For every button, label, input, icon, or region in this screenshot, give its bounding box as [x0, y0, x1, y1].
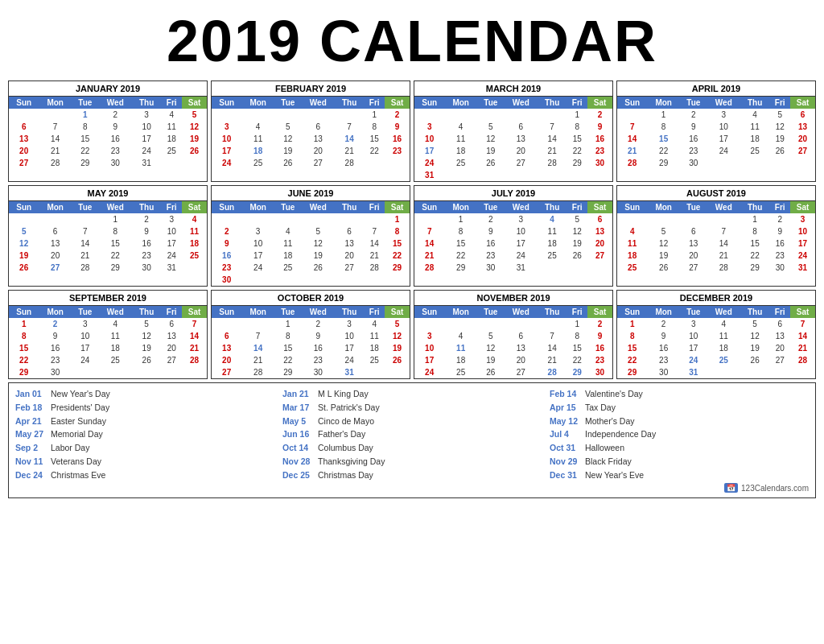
- calendar-table: SunMonTueWedThuFriSat1234567891011121314…: [414, 306, 612, 378]
- day-header-wed: Wed: [505, 306, 538, 318]
- calendar-day: 23: [647, 354, 680, 366]
- calendar-day: 16: [212, 250, 241, 262]
- day-header-wed: Wed: [99, 201, 132, 213]
- calendar-day: 20: [587, 237, 612, 250]
- day-header-fri: Fri: [566, 201, 587, 213]
- calendar-day: 18: [707, 342, 740, 354]
- calendar-day: 19: [182, 133, 207, 145]
- calendar-day: 15: [274, 342, 302, 354]
- calendar-day: 7: [241, 330, 274, 342]
- day-header-sun: Sun: [212, 306, 241, 318]
- calendar-day: 8: [99, 225, 132, 237]
- calendar-day: 25: [99, 354, 132, 366]
- calendar-day: 13: [790, 121, 815, 133]
- calendar-day: 8: [740, 225, 769, 237]
- day-header-mon: Mon: [39, 201, 72, 213]
- calendar-day: [505, 169, 538, 181]
- calendar-day: 21: [707, 250, 740, 262]
- calendar-day: 1: [99, 213, 132, 225]
- calendar-day: 8: [385, 225, 410, 237]
- branding: 📅 123Calendars.com: [15, 483, 809, 493]
- calendar-day: 17: [414, 354, 444, 366]
- calendar-day: 11: [182, 225, 207, 237]
- calendar-day: [241, 109, 274, 121]
- day-header-sat: Sat: [587, 306, 612, 318]
- calendar-day: 12: [647, 237, 680, 250]
- calendar-day: 13: [769, 330, 790, 342]
- calendar-day: 4: [444, 330, 477, 342]
- day-header-fri: Fri: [161, 306, 182, 318]
- holiday-date: May 12: [550, 415, 580, 428]
- calendar-day: 9: [587, 121, 612, 133]
- day-header-sun: Sun: [414, 97, 444, 109]
- calendar-day: 18: [364, 342, 385, 354]
- calendar-day: 9: [302, 330, 335, 342]
- day-header-sat: Sat: [182, 201, 207, 213]
- calendar-day: [477, 109, 505, 121]
- calendar-day: 9: [39, 330, 72, 342]
- calendar-day: 4: [538, 213, 566, 225]
- calendar-table: SunMonTueWedThuFriSat1234567891011121314…: [9, 97, 207, 169]
- calendar-day: 24: [212, 157, 241, 169]
- holiday-name: New Year's Day: [51, 388, 110, 401]
- calendar-day: 11: [444, 133, 477, 145]
- calendar-day: 17: [680, 342, 707, 354]
- holiday-date: Nov 11: [15, 456, 46, 469]
- calendar-day: 27: [790, 145, 815, 157]
- calendar-day: 14: [241, 342, 274, 354]
- calendar-day: 14: [707, 237, 740, 250]
- calendar-day: 14: [790, 330, 815, 342]
- calendar-day: 1: [566, 318, 587, 330]
- calendar-day: 23: [99, 145, 132, 157]
- calendar-day: 5: [132, 318, 161, 330]
- day-header-sat: Sat: [790, 97, 815, 109]
- day-header-tue: Tue: [72, 306, 99, 318]
- calendar-day: 17: [161, 237, 182, 250]
- holiday-date: Apr 21: [15, 415, 46, 428]
- calendar-day: 30: [587, 157, 612, 169]
- calendar-day: 16: [99, 133, 132, 145]
- calendar-day: 20: [9, 145, 39, 157]
- day-header-fri: Fri: [769, 306, 790, 318]
- holidays-section: Jan 01New Year's DayFeb 18Presidents' Da…: [8, 382, 816, 498]
- calendar-day: 5: [302, 225, 335, 237]
- calendar-day: [647, 213, 680, 225]
- holiday-name: Labor Day: [51, 442, 89, 455]
- day-header-thu: Thu: [740, 97, 769, 109]
- calendar-day: 28: [182, 354, 207, 366]
- holiday-column-col3: Feb 14Valentine's DayApr 15Tax DayMay 12…: [550, 388, 809, 481]
- calendar-day: 13: [587, 225, 612, 237]
- calendar-day: 1: [274, 318, 302, 330]
- calendar-table: SunMonTueWedThuFriSat1234567891011121314…: [617, 97, 815, 169]
- calendar-day: 30: [99, 157, 132, 169]
- calendar-day: 19: [274, 145, 302, 157]
- calendar-day: 22: [364, 145, 385, 157]
- calendar-day: [302, 213, 335, 225]
- calendar-day: 18: [182, 237, 207, 250]
- calendar-day: [707, 366, 740, 378]
- calendar-day: 28: [538, 157, 566, 169]
- calendar-day: 4: [274, 225, 302, 237]
- month-title: MARCH 2019: [414, 81, 612, 97]
- holiday-row: Feb 18Presidents' Day: [15, 402, 274, 415]
- calendar-day: 16: [769, 237, 790, 250]
- calendar-day: 13: [680, 237, 707, 250]
- holiday-name: Valentine's Day: [585, 388, 643, 401]
- calendar-day: 5: [9, 225, 39, 237]
- day-header-tue: Tue: [477, 97, 505, 109]
- calendar-day: [364, 213, 385, 225]
- calendar-day: [617, 213, 647, 225]
- calendar-day: 28: [335, 157, 364, 169]
- calendar-day: [72, 366, 99, 378]
- holiday-row: May 27Memorial Day: [15, 428, 274, 441]
- holiday-name: Tax Day: [585, 402, 616, 415]
- calendar-day: 17: [212, 145, 241, 157]
- calendar-day: 15: [566, 342, 587, 354]
- day-header-thu: Thu: [132, 306, 161, 318]
- holiday-name: Presidents' Day: [51, 402, 109, 415]
- calendar-day: [274, 213, 302, 225]
- calendar-day: 5: [477, 121, 505, 133]
- month-title: APRIL 2019: [617, 81, 815, 97]
- calendar-day: 1: [740, 213, 769, 225]
- calendar-day: 15: [740, 237, 769, 250]
